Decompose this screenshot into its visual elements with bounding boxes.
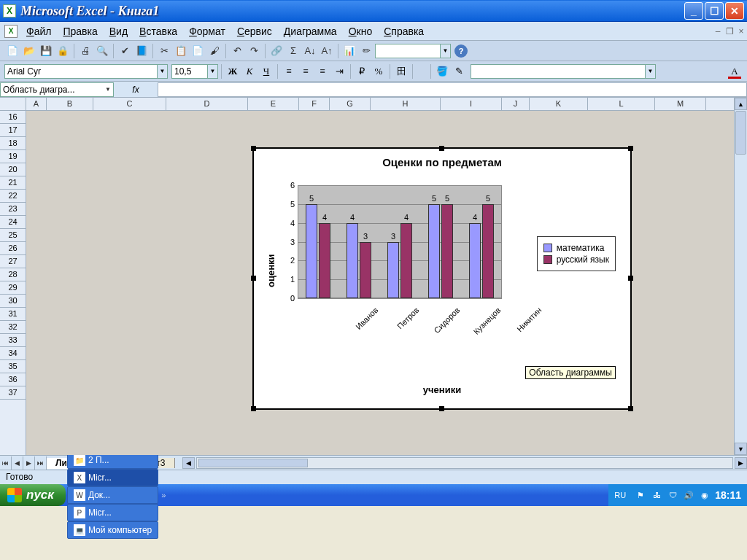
bar[interactable] <box>441 204 453 298</box>
align-center-button[interactable]: ≡ <box>298 63 314 79</box>
bar[interactable] <box>319 223 330 298</box>
zoom-dropdown[interactable]: ▼ <box>375 44 451 58</box>
row-header[interactable]: 28 <box>0 268 26 281</box>
doc-close-button[interactable]: × <box>735 26 747 37</box>
tray-icon[interactable]: ⚑ <box>635 489 646 501</box>
taskbar-item[interactable]: WДок... <box>67 486 158 504</box>
help-button[interactable]: ? <box>454 44 468 58</box>
menu-вставка[interactable]: Вставка <box>133 24 183 39</box>
tab-prev-button[interactable]: ◀ <box>12 456 23 470</box>
formula-input[interactable] <box>158 82 747 97</box>
scroll-right-button[interactable]: ▶ <box>735 457 747 469</box>
column-header[interactable]: I <box>441 98 502 110</box>
menu-окно[interactable]: Окно <box>343 24 379 39</box>
undo-button[interactable]: ↶ <box>229 43 245 59</box>
vertical-scrollbar[interactable]: ▲ ▼ <box>734 98 747 455</box>
font-size-dropdown[interactable]: ▼ <box>171 64 218 79</box>
column-header[interactable]: B <box>47 98 93 110</box>
menu-формат[interactable]: Формат <box>183 24 231 39</box>
resize-handle[interactable] <box>251 146 256 151</box>
scroll-thumb[interactable] <box>735 111 746 155</box>
bar[interactable] <box>469 223 481 298</box>
menu-сервис[interactable]: Сервис <box>231 24 278 39</box>
taskbar-item[interactable]: 💻Мой компьютер <box>67 521 158 539</box>
row-header[interactable]: 23 <box>0 203 26 216</box>
column-header[interactable]: J <box>502 98 530 110</box>
column-header[interactable]: E <box>248 98 299 110</box>
resize-handle[interactable] <box>628 406 633 411</box>
align-left-button[interactable]: ≡ <box>281 63 297 79</box>
italic-button[interactable]: К <box>241 63 258 79</box>
percent-button[interactable]: % <box>371 63 387 79</box>
font-color-button[interactable]: A <box>727 63 743 79</box>
chevron-down-icon[interactable]: ▼ <box>646 64 656 79</box>
maximize-button[interactable]: ☐ <box>705 2 724 20</box>
fill-color-button[interactable]: 🪣 <box>434 63 450 79</box>
chart-title[interactable]: Оценки по предметам <box>254 156 630 168</box>
scroll-thumb[interactable] <box>198 459 308 467</box>
row-header[interactable]: 37 <box>0 386 26 400</box>
select-all-button[interactable] <box>0 98 26 111</box>
chevron-down-icon[interactable]: ▼ <box>441 44 451 58</box>
chart-wizard-button[interactable]: 📊 <box>341 43 357 59</box>
bold-button[interactable]: Ж <box>225 63 241 79</box>
close-button[interactable]: ✕ <box>725 2 744 20</box>
row-header[interactable]: 33 <box>0 334 26 347</box>
bar[interactable] <box>482 204 494 298</box>
font-name-input[interactable] <box>4 64 158 79</box>
tab-last-button[interactable]: ⏭ <box>35 456 47 470</box>
copy-button[interactable]: 📋 <box>173 43 189 59</box>
cells-area[interactable]: Оценки по предметам оценки ученики матем… <box>26 111 734 455</box>
column-header[interactable]: A <box>26 98 47 110</box>
row-header[interactable]: 29 <box>0 281 26 295</box>
research-button[interactable]: 📘 <box>133 43 150 59</box>
currency-button[interactable]: ₽ <box>354 63 370 79</box>
taskbar-overflow-icon[interactable]: » <box>161 491 166 499</box>
fx-icon[interactable]: fx <box>114 85 158 95</box>
row-header[interactable]: 25 <box>0 229 26 242</box>
resize-handle[interactable] <box>251 276 256 281</box>
bar[interactable] <box>428 204 440 298</box>
font-name-dropdown[interactable]: ▼ <box>4 64 168 79</box>
hyperlink-button[interactable]: 🔗 <box>268 43 285 59</box>
row-header[interactable]: 35 <box>0 360 26 373</box>
row-header[interactable]: 30 <box>0 295 26 308</box>
row-header[interactable]: 21 <box>0 176 26 190</box>
bar[interactable] <box>387 242 399 299</box>
scroll-left-button[interactable]: ◀ <box>182 457 195 469</box>
system-tray[interactable]: RU ⚑ 🖧 🛡 🔊 ◉ 18:11 <box>608 484 747 506</box>
spellcheck-button[interactable]: ✔ <box>117 43 133 59</box>
chart-legend[interactable]: математикарусский язык <box>537 236 616 271</box>
bar[interactable] <box>347 223 358 298</box>
x-axis-label[interactable]: ученики <box>254 384 630 395</box>
column-header[interactable]: H <box>371 98 441 110</box>
resize-handle[interactable] <box>251 406 256 411</box>
legend-item[interactable]: математика <box>543 243 609 253</box>
row-header[interactable]: 20 <box>0 163 26 176</box>
workbook-icon[interactable]: X <box>4 25 18 38</box>
tab-first-button[interactable]: ⏮ <box>0 456 12 470</box>
permission-button[interactable]: 🔒 <box>55 43 71 59</box>
zoom-input[interactable] <box>375 44 441 58</box>
tray-icon[interactable]: 🛡 <box>667 489 678 501</box>
row-header[interactable]: 18 <box>0 137 26 150</box>
resize-handle[interactable] <box>439 146 444 151</box>
resize-handle[interactable] <box>628 276 633 281</box>
embedded-chart[interactable]: Оценки по предметам оценки ученики матем… <box>252 147 632 410</box>
row-header[interactable]: 27 <box>0 255 26 268</box>
tab-next-button[interactable]: ▶ <box>23 456 35 470</box>
paste-button[interactable]: 📄 <box>190 43 206 59</box>
print-button[interactable]: 🖨 <box>77 43 93 59</box>
chevron-down-icon[interactable]: ▼ <box>158 64 168 79</box>
menu-справка[interactable]: Справка <box>378 24 430 39</box>
menu-диаграмма[interactable]: Диаграмма <box>278 24 343 39</box>
doc-restore-button[interactable]: ❐ <box>724 26 735 37</box>
taskbar-item[interactable]: XMicr... <box>67 469 158 486</box>
row-header[interactable]: 16 <box>0 111 26 124</box>
print-preview-button[interactable]: 🔍 <box>94 43 110 59</box>
column-header[interactable]: M <box>655 98 706 110</box>
scroll-up-button[interactable]: ▲ <box>735 98 747 110</box>
style-input[interactable] <box>471 64 646 79</box>
bar[interactable] <box>306 204 317 298</box>
resize-handle[interactable] <box>628 146 633 151</box>
